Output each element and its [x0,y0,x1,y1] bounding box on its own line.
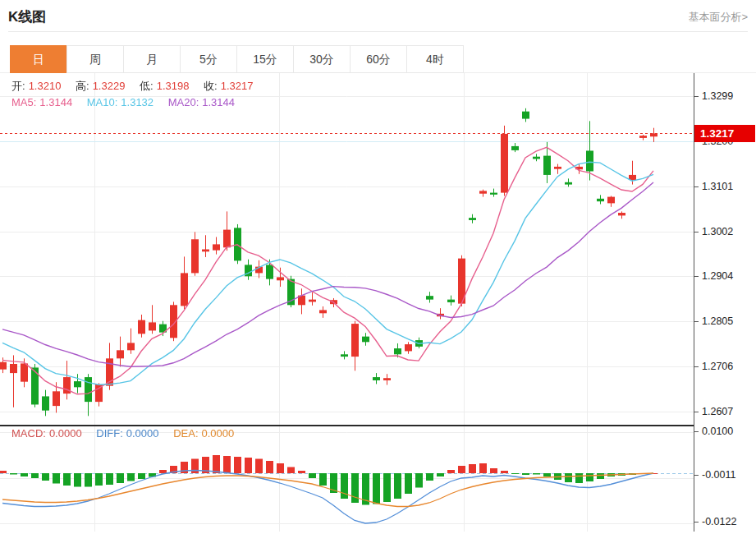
tab-5min[interactable]: 5分 [180,45,237,73]
ma20-label: MA20: [168,96,199,108]
tab-30min[interactable]: 30分 [293,45,351,73]
close-value: 1.3217 [221,80,254,92]
pane-divider [0,425,756,426]
tab-month[interactable]: 月 [123,45,181,73]
open-label: 开: [11,80,25,92]
fundamental-analysis-link[interactable]: 基本面分析> [688,10,748,25]
close-label: 收: [204,80,218,92]
diff-value: 0.0000 [126,427,159,440]
macd-axis-label: -0.0122 [702,515,736,529]
page-title: K线图 [8,7,46,26]
price-axis-label: 1.2904 [702,269,733,283]
kline-page: K线图 基本面分析> 日 周 月 5分 15分 30分 60分 4时 开:1.3… [0,0,756,534]
tab-15min[interactable]: 15分 [236,45,294,73]
chart-area: 开:1.3210 高:1.3229 低:1.3198 收:1.3217 MA5:… [0,73,756,532]
macd-label: MACD: [11,427,46,440]
period-tabbar: 日 周 月 5分 15分 30分 60分 4时 [10,45,464,73]
low-label: 低: [140,80,153,92]
price-axis-label: 1.2706 [702,360,733,374]
macd-value: 0.0000 [49,427,82,440]
ma20-value: 1.3144 [202,96,235,108]
axis-tick [694,232,699,232]
axis-tick [694,412,699,412]
dea-value: 0.0000 [202,427,235,440]
open-value: 1.3210 [29,80,62,92]
price-axis-label: 1.3002 [702,225,733,239]
axis-tick [694,186,699,187]
price-axis-label: 1.3101 [702,180,733,194]
axis-tick [694,366,699,367]
axis-tick [694,431,699,432]
ma10-value: 1.3132 [121,96,153,108]
price-axis: 1.3299 1.3200 1.3101 1.3002 1.2904 1.280… [694,73,756,532]
price-axis-label: 1.3299 [702,90,733,104]
tab-4hour[interactable]: 4时 [406,45,464,73]
macd-axis-label: -0.0011 [702,468,735,482]
kline-canvas[interactable] [0,73,694,532]
axis-tick [694,321,699,322]
tab-60min[interactable]: 60分 [350,45,407,73]
macd-readout: MACD:0.0000 DIFF:0.0000 DEA:0.0000 [11,427,237,440]
axis-tick [694,475,699,476]
ma5-label: MA5: [11,96,36,108]
ma10-label: MA10: [87,96,118,108]
low-value: 1.3198 [157,80,190,92]
tab-week[interactable]: 周 [66,45,124,73]
macd-axis-label: 0.0100 [702,425,733,439]
axis-tick [694,522,699,522]
title-divider [8,31,748,32]
current-price-tag: 1.3217 [694,125,755,142]
price-axis-label: 1.2805 [702,315,733,329]
ma5-value: 1.3144 [39,96,72,108]
ohlc-readout: 开:1.3210 高:1.3229 低:1.3198 收:1.3217 [11,79,256,94]
tab-day[interactable]: 日 [10,45,67,73]
ma-readout: MA5:1.3144 MA10:1.3132 MA20:1.3144 [11,96,238,108]
axis-tick [694,96,699,97]
high-value: 1.3229 [93,80,126,92]
high-label: 高: [76,80,89,92]
price-axis-label: 1.2607 [702,405,733,419]
dea-label: DEA: [173,427,198,440]
diff-label: DIFF: [96,427,123,440]
axis-tick [694,276,699,277]
